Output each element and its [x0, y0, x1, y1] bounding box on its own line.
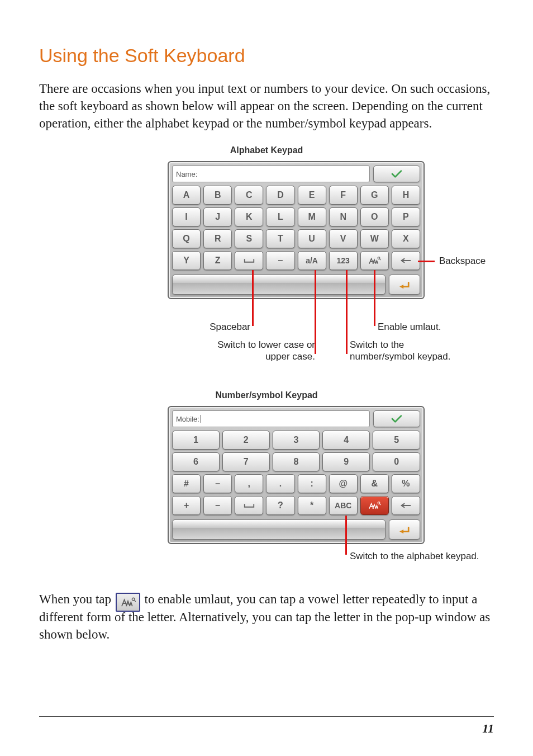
key-e[interactable]: E	[298, 186, 326, 205]
key-y[interactable]: Y	[172, 251, 201, 270]
callout-line	[345, 516, 347, 555]
undo-button[interactable]	[389, 275, 420, 295]
key-umlaut[interactable]	[360, 251, 389, 270]
key-j[interactable]: J	[203, 207, 232, 226]
key-question[interactable]: ?	[266, 496, 294, 515]
key-n[interactable]: N	[329, 207, 358, 226]
space-icon	[243, 502, 255, 509]
svg-marker-3	[399, 285, 403, 289]
callout-switch-alpha: Switch to the alphabet keypad.	[350, 550, 479, 562]
backspace-arrow-icon	[399, 502, 412, 509]
svg-line-1	[380, 259, 381, 260]
callout-backspace: Backspace	[439, 255, 486, 267]
key-1[interactable]: 1	[172, 431, 220, 450]
undo-arrow-icon	[397, 280, 412, 290]
callout-numpad: Switch to the number/symbol keypad.	[350, 339, 461, 363]
callout-line	[418, 261, 435, 262]
check-icon	[391, 414, 403, 423]
key-backspace[interactable]	[392, 496, 420, 515]
key-percent[interactable]: %	[392, 474, 420, 493]
key-o[interactable]: O	[360, 207, 389, 226]
key-9[interactable]: 9	[322, 452, 370, 471]
alphabet-keypad: Name: A B C D E F G H I J K	[168, 161, 425, 299]
key-f[interactable]: F	[329, 186, 358, 205]
undo-button[interactable]	[389, 519, 420, 540]
key-g[interactable]: G	[360, 186, 389, 205]
name-input-label: Name:	[176, 170, 197, 178]
key-m[interactable]: M	[298, 207, 326, 226]
key-3[interactable]: 3	[273, 431, 320, 450]
key-p[interactable]: P	[392, 207, 420, 226]
umlaut-off-icon	[368, 501, 381, 510]
key-w[interactable]: W	[360, 229, 389, 248]
footer-rule	[39, 716, 494, 717]
callout-case: Switch to lower case or upper case.	[203, 339, 315, 363]
key-2[interactable]: 2	[222, 431, 270, 450]
callout-line	[374, 270, 375, 326]
key-space[interactable]	[235, 496, 263, 515]
key-d[interactable]: D	[266, 186, 294, 205]
confirm-button[interactable]	[373, 410, 420, 427]
key-s[interactable]: S	[235, 229, 263, 248]
key-4[interactable]: 4	[322, 431, 370, 450]
key-u[interactable]: U	[298, 229, 326, 248]
key-7[interactable]: 7	[222, 452, 270, 471]
key-6[interactable]: 6	[172, 452, 220, 471]
key-space[interactable]	[235, 251, 263, 270]
key-r[interactable]: R	[203, 229, 232, 248]
umlaut-icon-inline	[116, 593, 140, 612]
callout-spacebar: Spacebar	[200, 321, 250, 333]
key-endash[interactable]: –	[203, 474, 232, 493]
key-k[interactable]: K	[235, 207, 263, 226]
key-asterisk[interactable]: *	[298, 496, 326, 515]
trailing-pre: When you tap	[39, 592, 115, 606]
key-5[interactable]: 5	[373, 431, 420, 450]
key-i[interactable]: I	[172, 207, 201, 226]
key-at[interactable]: @	[329, 474, 358, 493]
key-v[interactable]: V	[329, 229, 358, 248]
umlaut-icon	[368, 256, 381, 265]
key-l[interactable]: L	[266, 207, 294, 226]
mobile-input-label: Mobile:	[176, 415, 199, 423]
page-number: 11	[482, 721, 494, 736]
text-cursor	[201, 415, 201, 423]
umlaut-icon	[120, 597, 136, 608]
key-case-toggle[interactable]: a/A	[298, 251, 326, 270]
space-icon	[243, 257, 255, 264]
key-z[interactable]: Z	[203, 251, 232, 270]
key-backspace[interactable]	[392, 251, 420, 270]
key-x[interactable]: X	[392, 229, 420, 248]
mobile-input[interactable]: Mobile:	[172, 410, 370, 427]
key-hash[interactable]: #	[172, 474, 201, 493]
key-a[interactable]: A	[172, 186, 201, 205]
svg-marker-7	[399, 530, 403, 533]
key-t[interactable]: T	[266, 229, 294, 248]
undo-arrow-icon	[397, 525, 412, 535]
key-0[interactable]: 0	[373, 452, 420, 471]
intro-paragraph: There are occasions when you input text …	[39, 80, 494, 132]
suggestion-bar[interactable]	[172, 275, 386, 295]
key-h[interactable]: H	[392, 186, 420, 205]
key-minus[interactable]: –	[203, 496, 232, 515]
key-switch-numpad[interactable]: 123	[329, 251, 358, 270]
page-title: Using the Soft Keyboard	[39, 45, 494, 67]
key-b[interactable]: B	[203, 186, 232, 205]
trailing-paragraph: When you tap to enable umlaut, you can t…	[39, 590, 494, 643]
key-q[interactable]: Q	[172, 229, 201, 248]
name-input[interactable]: Name:	[172, 166, 370, 182]
key-period[interactable]: .	[266, 474, 294, 493]
key-switch-alpha[interactable]: ABC	[329, 496, 358, 515]
key-umlaut-disabled[interactable]	[360, 496, 389, 515]
key-ampersand[interactable]: &	[360, 474, 389, 493]
key-8[interactable]: 8	[273, 452, 320, 471]
svg-line-9	[134, 600, 136, 602]
callout-line	[346, 270, 348, 354]
suggestion-bar[interactable]	[172, 519, 386, 540]
key-dash[interactable]: –	[266, 251, 294, 270]
confirm-button[interactable]	[373, 166, 420, 182]
key-comma[interactable]: ,	[235, 474, 263, 493]
key-colon[interactable]: :	[298, 474, 326, 493]
key-plus[interactable]: +	[172, 496, 201, 515]
caption-numsym: Number/symbol Keypad	[39, 390, 494, 400]
key-c[interactable]: C	[235, 186, 263, 205]
